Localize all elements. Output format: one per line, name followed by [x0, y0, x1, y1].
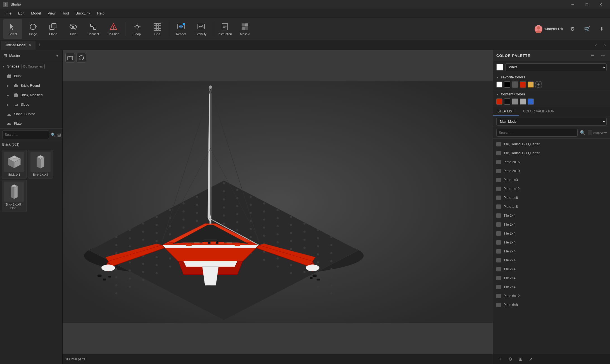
- svg-point-82: [129, 229, 131, 232]
- part-item-brick-1x1x3[interactable]: Brick 1×1×3: [28, 150, 53, 179]
- fav-color-tan[interactable]: [528, 81, 534, 88]
- shape-item-brick-round[interactable]: ▶ Brick, Round: [0, 81, 62, 90]
- svg-rect-75: [69, 56, 70, 57]
- step-item[interactable]: Tile 2×4: [493, 274, 610, 283]
- maximize-button[interactable]: □: [580, 0, 593, 9]
- instruction-button[interactable]: Instruction: [215, 19, 234, 39]
- shapes-section-header[interactable]: ▼ Shapes BL Categories: [0, 61, 62, 71]
- tab-untitled-model[interactable]: Untitled Model ✕: [1, 41, 35, 50]
- cart-button[interactable]: 🛒: [582, 24, 592, 34]
- menu-view[interactable]: View: [44, 10, 59, 16]
- rotate-view-button[interactable]: [77, 53, 86, 62]
- connect-button[interactable]: Connect: [84, 19, 103, 39]
- add-favorite-color-button[interactable]: +: [535, 81, 542, 88]
- grid-step-button[interactable]: ⊞: [516, 355, 524, 363]
- list-view-button[interactable]: ▤: [57, 131, 61, 138]
- menu-bricklink[interactable]: BrickLink: [72, 10, 94, 16]
- content-color-blue[interactable]: [528, 98, 534, 105]
- shape-item-brick[interactable]: Brick: [0, 71, 62, 81]
- step-item[interactable]: Tile 2×4: [493, 238, 610, 247]
- hide-button[interactable]: Hide: [64, 19, 83, 39]
- step-item[interactable]: Plate 1×12: [493, 184, 610, 193]
- download-button[interactable]: ⬇: [597, 24, 607, 34]
- content-color-black[interactable]: [504, 98, 510, 105]
- tab-color-validator[interactable]: COLOR VALIDATOR: [519, 107, 559, 116]
- svg-rect-243: [313, 274, 316, 277]
- tab-next-button[interactable]: ›: [601, 41, 609, 49]
- svg-point-127: [277, 225, 279, 227]
- step-item[interactable]: Plate 1×8: [493, 202, 610, 211]
- bl-categories-tab[interactable]: BL Categories: [22, 64, 45, 69]
- shape-item-brick-modified[interactable]: ▶ Brick, Modified: [0, 90, 62, 100]
- stability-button[interactable]: Stability: [192, 19, 211, 39]
- svg-point-160: [263, 235, 265, 237]
- content-color-gray[interactable]: [512, 98, 518, 105]
- fav-color-black[interactable]: [504, 81, 510, 88]
- step-label: Plate 2×16: [504, 160, 520, 164]
- model-name-select[interactable]: Main Model: [496, 118, 607, 126]
- scene-container: [63, 50, 493, 354]
- fav-color-red[interactable]: [520, 81, 526, 88]
- step-item[interactable]: Plate 6×12: [493, 291, 610, 300]
- mosaic-button[interactable]: Mosaic: [235, 19, 254, 39]
- menu-edit[interactable]: Edit: [15, 10, 28, 16]
- clone-button[interactable]: Clone: [44, 19, 63, 39]
- step-item[interactable]: Tile 2×4: [493, 256, 610, 265]
- menu-tool[interactable]: Tool: [59, 10, 72, 16]
- step-item[interactable]: Tile, Round 1×1 Quarter: [493, 149, 610, 158]
- slope-label: Slope: [21, 103, 29, 107]
- part-item-brick-1x1[interactable]: Brick 1×1: [2, 150, 27, 179]
- step-item[interactable]: Plate 1×6: [493, 193, 610, 202]
- step-item[interactable]: Tile 2×4: [493, 265, 610, 274]
- step-search-input[interactable]: [496, 129, 578, 137]
- user-settings-button[interactable]: ⚙: [568, 24, 578, 34]
- content-color-red[interactable]: [496, 98, 502, 105]
- step-view-checkbox[interactable]: Step view: [588, 131, 607, 135]
- menu-model[interactable]: Model: [28, 10, 44, 16]
- snap-button[interactable]: Snap: [128, 19, 147, 39]
- step-item[interactable]: Tile 2×4: [493, 220, 610, 229]
- step-item[interactable]: Tile 2×4: [493, 247, 610, 256]
- render-button[interactable]: Render: [171, 19, 190, 39]
- shape-item-plate[interactable]: Plate: [0, 119, 62, 128]
- palette-filter-button[interactable]: ☰: [589, 52, 597, 60]
- content-color-lightgray[interactable]: [520, 98, 526, 105]
- menu-help[interactable]: Help: [94, 10, 108, 16]
- grid-button[interactable]: Grid: [148, 19, 167, 39]
- close-button[interactable]: ✕: [594, 0, 607, 9]
- step-item[interactable]: Tile, Round 1×1 Quarter: [493, 140, 610, 149]
- color-name-dropdown[interactable]: White Black Red Blue Yellow: [505, 63, 607, 71]
- hinge-button[interactable]: Hinge: [23, 19, 42, 39]
- step-item[interactable]: Tile 2×4: [493, 283, 610, 291]
- close-tab-button[interactable]: ✕: [28, 43, 32, 47]
- expand-button[interactable]: ↗: [526, 355, 534, 363]
- select-button[interactable]: Select: [3, 19, 22, 39]
- shape-item-slope[interactable]: ▶ Slope: [0, 100, 62, 109]
- new-tab-button[interactable]: +: [35, 41, 43, 49]
- fav-color-white[interactable]: [496, 81, 502, 88]
- tab-prev-button[interactable]: ‹: [592, 41, 600, 49]
- settings-step-button[interactable]: ⚙: [506, 355, 514, 363]
- camera-button[interactable]: [65, 53, 75, 62]
- step-item[interactable]: Plate 1×3: [493, 175, 610, 184]
- minimize-button[interactable]: ─: [566, 0, 579, 9]
- step-item[interactable]: Plate 2×16: [493, 158, 610, 167]
- fav-color-gray[interactable]: [512, 81, 518, 88]
- part-item-brick-1x1x5[interactable]: Brick 1×1×5 - Bloc...: [2, 180, 27, 212]
- svg-point-117: [142, 238, 144, 241]
- master-dropdown[interactable]: ⊞ Master ▼: [0, 50, 62, 61]
- step-item[interactable]: Tile 2×4: [493, 211, 610, 220]
- viewport[interactable]: 90 total parts: [63, 50, 493, 364]
- menu-file[interactable]: File: [2, 10, 15, 16]
- add-step-button[interactable]: +: [496, 355, 504, 363]
- palette-edit-button[interactable]: ✏: [599, 52, 607, 60]
- tab-step-list[interactable]: STEP LIST: [493, 107, 519, 116]
- shape-item-slope-curved[interactable]: Slope, Curved: [0, 109, 62, 119]
- collision-button[interactable]: Collision: [104, 19, 123, 39]
- step-item[interactable]: Tile 2×4: [493, 229, 610, 238]
- step-search-icon-button[interactable]: 🔍: [580, 130, 585, 135]
- search-input[interactable]: [2, 131, 49, 139]
- step-item[interactable]: Plate 2×10: [493, 167, 610, 175]
- step-item[interactable]: Plate 6×8: [493, 300, 610, 309]
- search-icon-button[interactable]: 🔍: [51, 131, 56, 139]
